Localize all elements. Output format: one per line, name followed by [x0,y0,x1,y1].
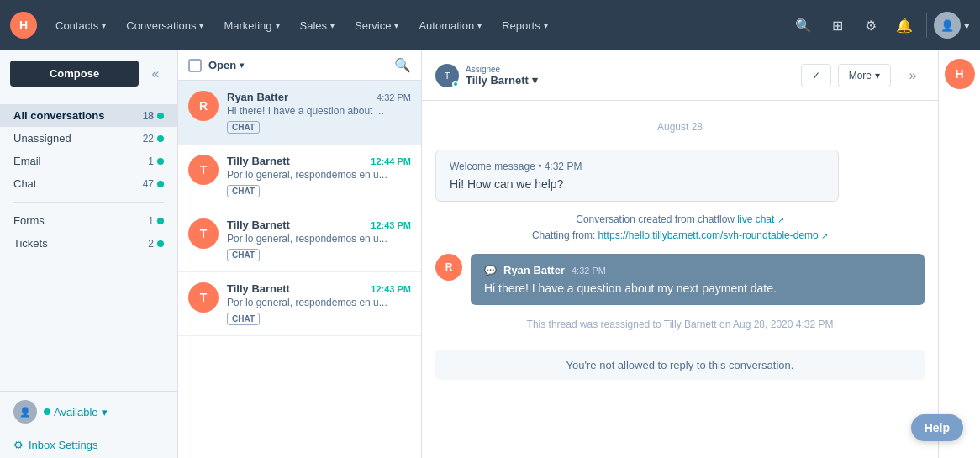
available-dot [44,408,50,415]
settings-icon[interactable]: ⚙ [856,10,886,40]
sidebar-item-email[interactable]: Email 1 [0,150,177,172]
marketplace-icon[interactable]: ⊞ [822,10,852,40]
conversations-header: Open ▾ 🔍 [178,50,421,81]
conversation-search-button[interactable]: 🔍 [394,57,411,73]
live-chat-link[interactable]: live chat ↗ [737,213,783,225]
collapse-right-panel-button[interactable]: » [901,64,925,87]
chevron-down-icon: ▾ [964,19,970,32]
help-button[interactable]: Help [911,414,963,441]
collapse-sidebar-button[interactable]: « [144,62,167,86]
assignee-name-button[interactable]: Tilly Barnett ▾ [466,74,538,87]
nav-icon-group: 🔍 ⊞ ⚙ 🔔 👤 ▾ [788,10,970,40]
chevron-down-icon: ▾ [532,74,538,87]
sidebar-item-unassigned[interactable]: Unassigned 22 [0,127,177,150]
nav-item-marketing[interactable]: Marketing ▾ [215,0,287,50]
sidebar-item-tickets[interactable]: Tickets 2 [0,232,177,255]
header-actions: ✓ More ▾ [801,64,891,87]
conversations-panel: Open ▾ 🔍 R Ryan Batter 4:32 PM Hi there!… [178,50,422,458]
conversation-main: T Assignee Tilly Barnett ▾ ✓ More ▾ [422,50,938,458]
more-button[interactable]: More ▾ [838,64,891,87]
online-status-dot [452,81,459,87]
chatflow-url-link[interactable]: https://hello.tillybarnett.com/svh-round… [598,229,828,241]
chevron-down-icon: ▾ [394,21,398,30]
notification-dot [157,218,164,224]
settings-icon: ⚙ [13,439,24,451]
external-link-icon: ↗ [821,231,828,240]
chevron-down-icon: ▾ [544,21,548,30]
reassign-note: This thread was reassigned to Tilly Barn… [435,318,925,330]
chevron-down-icon: ▾ [199,21,203,30]
sidebar-item-forms[interactable]: Forms 1 [0,209,177,232]
chevron-down-icon: ▾ [477,21,482,30]
avatar: R [188,91,219,121]
welcome-message-bubble: Welcome message • 4:32 PM Hi! How can we… [435,150,839,202]
chevron-down-icon: ▾ [102,21,106,30]
sidebar-navigation: All conversations 18 Unassigned 22 Email… [0,97,177,391]
search-icon[interactable]: 🔍 [788,10,819,40]
notification-dot [157,240,164,247]
filter-open-button[interactable]: Open ▾ [208,59,244,71]
assignee-avatar: T [435,64,459,87]
compose-bar: Compose « [0,50,177,97]
conversation-item[interactable]: T Tilly Barnett 12:43 PM Por lo general,… [178,208,421,272]
date-divider: August 28 [435,121,925,133]
chevron-down-icon: ▾ [276,21,280,30]
sidebar-item-chat[interactable]: Chat 47 [0,172,177,195]
no-reply-notice: You're not allowed to reply to this conv… [435,350,925,380]
avatar[interactable]: 👤 [934,12,961,39]
avatar: T [188,218,219,249]
chat-icon: 💬 [484,265,497,276]
user-avatar-small: 👤 [13,400,37,424]
hubspot-rail-icon[interactable]: H [945,59,975,89]
chevron-down-icon: ▾ [875,70,880,82]
right-rail: H [938,50,980,458]
hubspot-logo[interactable]: H [10,12,37,39]
chevron-down-icon: ▾ [330,21,335,30]
nav-item-service[interactable]: Service ▾ [346,0,407,50]
notification-dot [157,181,164,187]
chevron-down-icon: ▾ [102,406,108,419]
conversation-item[interactable]: R Ryan Batter 4:32 PM Hi there! I have a… [178,81,421,145]
top-navigation: H Contacts ▾ Conversations ▾ Marketing ▾… [0,0,980,50]
select-all-checkbox[interactable] [188,59,202,72]
available-status-button[interactable]: Available ▾ [44,406,108,419]
sidebar-footer: 👤 Available ▾ [0,391,177,432]
notification-dot [157,135,164,142]
compose-button[interactable]: Compose [10,61,139,87]
messages-area: August 28 Welcome message • 4:32 PM Hi! … [422,101,938,458]
left-sidebar: Compose « All conversations 18 Unassigne… [0,50,178,458]
conversation-header: T Assignee Tilly Barnett ▾ ✓ More ▾ [422,50,938,101]
nav-item-automation[interactable]: Automation ▾ [410,0,490,50]
avatar: T [188,282,219,313]
user-message-wrapper: R 💬 Ryan Batter 4:32 PM Hi there! I have… [435,254,925,305]
notification-dot [157,158,164,165]
main-layout: Compose « All conversations 18 Unassigne… [0,50,980,458]
conversation-list: R Ryan Batter 4:32 PM Hi there! I have a… [178,81,421,458]
avatar: T [188,155,219,185]
inbox-settings-link[interactable]: ⚙ Inbox Settings [0,432,177,458]
sidebar-item-all-conversations[interactable]: All conversations 18 [0,104,177,127]
notifications-icon[interactable]: 🔔 [889,10,919,40]
nav-item-sales[interactable]: Sales ▾ [292,0,344,50]
nav-divider [926,13,927,38]
user-message-avatar: R [435,254,462,281]
conversation-item[interactable]: T Tilly Barnett 12:43 PM Por lo general,… [178,272,421,336]
user-message-bubble: 💬 Ryan Batter 4:32 PM Hi there! I have a… [471,254,925,305]
notification-dot [157,113,164,119]
external-link-icon: ↗ [777,215,784,224]
nav-item-contacts[interactable]: Contacts ▾ [47,0,114,50]
nav-item-conversations[interactable]: Conversations ▾ [118,0,212,50]
nav-item-reports[interactable]: Reports ▾ [493,0,556,50]
chevron-down-icon: ▾ [240,61,244,70]
assignee-section: T Assignee Tilly Barnett ▾ [435,64,791,87]
conversation-item[interactable]: T Tilly Barnett 12:44 PM Por lo general,… [178,145,421,208]
sidebar-divider [13,202,164,203]
check-button[interactable]: ✓ [801,64,831,87]
chatflow-info: Conversation created from chatflow live … [435,212,925,244]
